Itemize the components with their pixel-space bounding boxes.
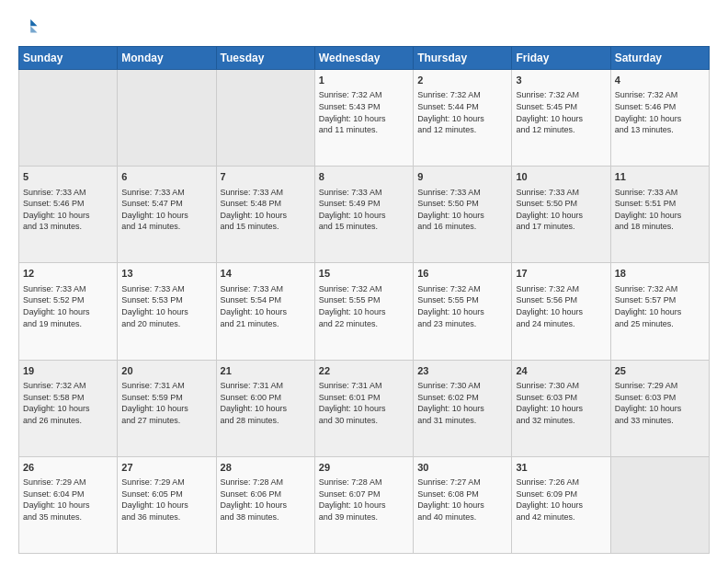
day-number: 20 [121, 364, 211, 378]
calendar-cell: 20Sunrise: 7:31 AMSunset: 5:59 PMDayligh… [118, 360, 216, 456]
day-content-line: Sunset: 5:44 PM [417, 101, 507, 113]
day-content-line: and 11 minutes. [319, 124, 409, 136]
calendar-table: SundayMondayTuesdayWednesdayThursdayFrid… [18, 46, 710, 554]
day-content-line: Sunrise: 7:32 AM [319, 89, 409, 101]
day-content-line: Daylight: 10 hours [516, 210, 606, 222]
day-number: 15 [319, 267, 409, 281]
day-number: 3 [516, 74, 606, 87]
day-content-line: Sunset: 5:50 PM [417, 198, 507, 210]
day-number: 21 [221, 364, 311, 378]
page: SundayMondayTuesdayWednesdayThursdayFrid… [0, 0, 728, 563]
calendar-cell [19, 70, 118, 167]
calendar-cell: 27Sunrise: 7:29 AMSunset: 6:05 PMDayligh… [118, 456, 216, 553]
day-content-line: Daylight: 10 hours [615, 210, 705, 222]
calendar-cell: 4Sunrise: 7:32 AMSunset: 5:46 PMDaylight… [610, 70, 709, 167]
day-content-line: Sunset: 6:06 PM [221, 488, 311, 500]
day-content-line: Sunrise: 7:32 AM [23, 380, 113, 392]
day-content-line: Sunset: 5:49 PM [319, 198, 409, 210]
logo [18, 17, 42, 37]
day-content-line: Daylight: 10 hours [319, 210, 409, 222]
day-content-line: Sunset: 5:51 PM [615, 198, 705, 210]
day-number: 1 [319, 74, 409, 87]
week-row-2: 12Sunrise: 7:33 AMSunset: 5:52 PMDayligh… [19, 263, 710, 360]
calendar-cell: 9Sunrise: 7:33 AMSunset: 5:50 PMDaylight… [414, 167, 512, 263]
day-content-line: Sunset: 6:07 PM [319, 488, 409, 500]
calendar-cell: 16Sunrise: 7:32 AMSunset: 5:55 PMDayligh… [414, 263, 512, 360]
day-content-line: Daylight: 10 hours [516, 500, 606, 511]
day-number: 10 [516, 170, 606, 184]
day-content-line: Sunset: 5:53 PM [121, 294, 211, 306]
day-content-line: Sunrise: 7:32 AM [516, 89, 606, 101]
day-content-line: Sunrise: 7:29 AM [121, 477, 211, 488]
day-content-line: Sunrise: 7:30 AM [417, 380, 507, 392]
weekday-header-monday: Monday [118, 47, 216, 70]
day-content-line: Daylight: 10 hours [615, 306, 705, 318]
day-content-line: Sunset: 5:56 PM [516, 294, 606, 306]
calendar-cell [216, 70, 314, 167]
day-number: 16 [417, 267, 507, 281]
day-content-line: and 27 minutes. [121, 415, 211, 427]
weekday-header-row: SundayMondayTuesdayWednesdayThursdayFrid… [19, 47, 710, 70]
day-content-line: and 42 minutes. [516, 511, 606, 523]
day-content-line: and 32 minutes. [516, 415, 606, 427]
day-content-line: Sunrise: 7:31 AM [319, 380, 409, 392]
day-number: 12 [23, 267, 113, 281]
weekday-header-thursday: Thursday [414, 47, 512, 70]
day-content-line: and 21 minutes. [221, 318, 311, 330]
day-content-line: Daylight: 10 hours [121, 306, 211, 318]
day-content-line: Sunrise: 7:32 AM [417, 89, 507, 101]
header [18, 17, 710, 37]
week-row-3: 19Sunrise: 7:32 AMSunset: 5:58 PMDayligh… [19, 360, 710, 456]
day-content-line: Daylight: 10 hours [121, 403, 211, 415]
day-content-line: Daylight: 10 hours [516, 306, 606, 318]
day-content-line: Sunset: 5:54 PM [221, 294, 311, 306]
weekday-header-friday: Friday [512, 47, 610, 70]
day-content-line: and 33 minutes. [615, 415, 705, 427]
day-number: 18 [615, 267, 705, 281]
day-number: 19 [23, 364, 113, 378]
calendar-cell: 30Sunrise: 7:27 AMSunset: 6:08 PMDayligh… [414, 456, 512, 553]
day-content-line: Sunset: 6:03 PM [615, 392, 705, 404]
week-row-1: 5Sunrise: 7:33 AMSunset: 5:46 PMDaylight… [19, 167, 710, 263]
day-content-line: Sunset: 6:00 PM [221, 392, 311, 404]
day-content-line: and 14 minutes. [121, 221, 211, 233]
day-content-line: Sunset: 5:43 PM [319, 101, 409, 113]
day-content-line: Daylight: 10 hours [221, 403, 311, 415]
day-content-line: Sunset: 6:02 PM [417, 392, 507, 404]
day-number: 25 [615, 364, 705, 378]
day-content-line: Daylight: 10 hours [516, 113, 606, 125]
day-number: 13 [121, 267, 211, 281]
day-content-line: Daylight: 10 hours [23, 210, 113, 222]
day-number: 7 [221, 170, 311, 184]
day-content-line: Daylight: 10 hours [516, 403, 606, 415]
day-number: 29 [319, 461, 409, 475]
day-number: 28 [221, 461, 311, 475]
day-content-line: and 12 minutes. [516, 124, 606, 136]
day-content-line: Daylight: 10 hours [121, 500, 211, 511]
day-content-line: and 24 minutes. [516, 318, 606, 330]
calendar-cell: 14Sunrise: 7:33 AMSunset: 5:54 PMDayligh… [216, 263, 314, 360]
day-number: 24 [516, 364, 606, 378]
day-content-line: and 35 minutes. [23, 511, 113, 523]
day-content-line: and 15 minutes. [319, 221, 409, 233]
weekday-header-wednesday: Wednesday [314, 47, 413, 70]
day-number: 17 [516, 267, 606, 281]
day-content-line: Sunset: 5:57 PM [615, 294, 705, 306]
day-content-line: Sunrise: 7:32 AM [319, 283, 409, 295]
day-content-line: and 22 minutes. [319, 318, 409, 330]
day-content-line: Daylight: 10 hours [23, 306, 113, 318]
day-content-line: Sunrise: 7:32 AM [516, 283, 606, 295]
calendar-cell: 28Sunrise: 7:28 AMSunset: 6:06 PMDayligh… [216, 456, 314, 553]
day-content-line: Sunrise: 7:31 AM [121, 380, 211, 392]
day-content-line: Sunrise: 7:32 AM [615, 283, 705, 295]
calendar-cell: 18Sunrise: 7:32 AMSunset: 5:57 PMDayligh… [610, 263, 709, 360]
calendar-cell: 25Sunrise: 7:29 AMSunset: 6:03 PMDayligh… [610, 360, 709, 456]
day-content-line: Daylight: 10 hours [319, 403, 409, 415]
calendar-cell: 13Sunrise: 7:33 AMSunset: 5:53 PMDayligh… [118, 263, 216, 360]
day-content-line: Sunset: 6:04 PM [23, 488, 113, 500]
svg-marker-0 [30, 19, 37, 26]
day-content-line: Daylight: 10 hours [221, 500, 311, 511]
day-content-line: Sunset: 6:08 PM [417, 488, 507, 500]
calendar-cell: 22Sunrise: 7:31 AMSunset: 6:01 PMDayligh… [314, 360, 413, 456]
day-content-line: Daylight: 10 hours [23, 500, 113, 511]
